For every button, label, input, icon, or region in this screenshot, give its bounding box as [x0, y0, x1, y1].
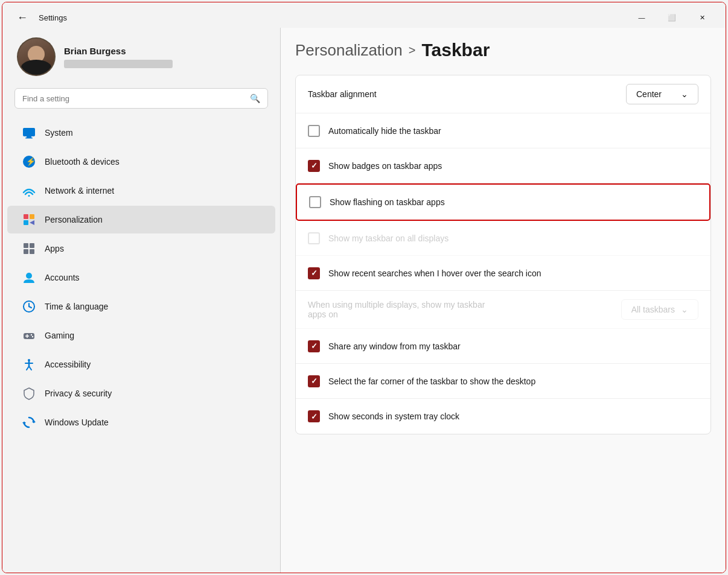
nav-item-privacy[interactable]: Privacy & security	[7, 380, 275, 407]
close-button[interactable]: ✕	[688, 8, 716, 27]
multi-display-value: All taskbars	[631, 305, 675, 314]
sidebar: Brian Burgess 🔍 System	[2, 28, 280, 573]
svg-rect-10	[30, 243, 34, 248]
breadcrumb-current: Taskbar	[421, 40, 490, 60]
nav-label-windows-update: Windows Update	[45, 418, 109, 427]
all-displays-checkbox[interactable]	[308, 232, 320, 244]
nav-label-bluetooth: Bluetooth & devices	[45, 157, 120, 167]
settings-window: ← Settings — ⬜ ✕ Brian Burgess	[2, 2, 726, 573]
show-seconds-checkbox[interactable]	[308, 410, 320, 422]
svg-rect-7	[30, 214, 34, 219]
auto-hide-label: Automatically hide the taskbar	[328, 126, 698, 136]
share-window-label: Share any window from my taskbar	[328, 342, 698, 351]
nav-item-apps[interactable]: Apps	[7, 235, 275, 262]
setting-row-show-seconds: Show seconds in system tray clock	[296, 399, 710, 434]
far-corner-label: Select the far corner of the taskbar to …	[328, 376, 698, 386]
far-corner-checkbox[interactable]	[308, 375, 320, 387]
svg-line-16	[29, 307, 31, 308]
nav-label-accounts: Accounts	[45, 273, 80, 282]
taskbar-alignment-row: Taskbar alignment Center ⌄	[296, 75, 710, 113]
nav-label-network: Network & internet	[45, 186, 114, 195]
nav-label-personalization: Personalization	[45, 215, 103, 224]
setting-row-auto-hide: Automatically hide the taskbar	[296, 113, 710, 148]
profile-name: Brian Burgess	[64, 46, 173, 56]
auto-hide-checkbox[interactable]	[308, 125, 320, 137]
nav-label-accessibility: Accessibility	[45, 360, 91, 369]
setting-row-show-badges: Show badges on taskbar apps	[296, 148, 710, 183]
main-layout: Brian Burgess 🔍 System	[2, 28, 726, 573]
search-box[interactable]: 🔍	[14, 88, 268, 109]
svg-rect-11	[24, 249, 28, 254]
setting-row-show-flashing: Show flashing on taskbar apps	[297, 185, 709, 220]
breadcrumb-parent: Personalization	[295, 41, 403, 60]
profile-email-blurred	[64, 60, 173, 68]
recent-searches-checkbox[interactable]	[308, 267, 320, 279]
breadcrumb-arrow: >	[409, 43, 416, 57]
nav-label-privacy: Privacy & security	[45, 389, 112, 398]
nav-item-accessibility[interactable]: Accessibility	[7, 351, 275, 378]
svg-point-5	[28, 195, 30, 197]
search-icon: 🔍	[250, 94, 260, 103]
privacy-icon	[22, 386, 36, 401]
svg-rect-9	[24, 243, 28, 248]
setting-row-recent-searches: Show recent searches when I hover over t…	[296, 256, 710, 291]
gaming-icon	[22, 328, 36, 343]
show-flashing-label: Show flashing on taskbar apps	[330, 197, 697, 207]
nav-label-apps: Apps	[45, 244, 64, 253]
svg-rect-2	[25, 138, 33, 139]
settings-card: Taskbar alignment Center ⌄ Automatically…	[295, 75, 711, 434]
taskbar-alignment-label: Taskbar alignment	[308, 89, 377, 99]
svg-point-13	[26, 273, 32, 279]
titlebar-controls: — ⬜ ✕	[628, 8, 716, 27]
all-displays-label: Show my taskbar on all displays	[328, 233, 698, 243]
profile-info: Brian Burgess	[64, 46, 173, 68]
dropdown-chevron: ⌄	[681, 89, 688, 99]
titlebar: ← Settings — ⬜ ✕	[2, 2, 726, 28]
nav-label-gaming: Gaming	[45, 331, 74, 340]
nav-item-network[interactable]: Network & internet	[7, 177, 275, 205]
titlebar-left: ← Settings	[12, 9, 67, 27]
svg-rect-0	[23, 128, 35, 136]
windows-update-icon	[22, 415, 36, 430]
maximize-button[interactable]: ⬜	[658, 8, 686, 27]
nav-item-personalization[interactable]: Personalization	[7, 206, 275, 233]
svg-rect-1	[27, 136, 31, 138]
recent-searches-label: Show recent searches when I hover over t…	[328, 268, 698, 278]
show-badges-checkbox[interactable]	[308, 160, 320, 172]
profile-section: Brian Burgess	[2, 28, 280, 88]
nav-item-bluetooth[interactable]: ⚡ Bluetooth & devices	[7, 148, 275, 176]
svg-line-26	[29, 366, 31, 370]
nav-item-system[interactable]: System	[7, 119, 275, 147]
accounts-icon	[22, 270, 36, 285]
nav-item-windows-update[interactable]: Windows Update	[7, 408, 275, 436]
minimize-button[interactable]: —	[628, 8, 656, 27]
setting-row-show-flashing-wrapper: Show flashing on taskbar apps	[296, 183, 710, 221]
svg-rect-8	[24, 220, 28, 225]
show-seconds-label: Show seconds in system tray clock	[328, 411, 698, 421]
show-flashing-checkbox[interactable]	[309, 196, 321, 208]
setting-row-share-window: Share any window from my taskbar	[296, 329, 710, 364]
personalization-icon	[22, 212, 36, 227]
nav-item-accounts[interactable]: Accounts	[7, 264, 275, 291]
accessibility-icon	[22, 357, 36, 372]
multi-display-dropdown[interactable]: All taskbars ⌄	[621, 299, 698, 320]
system-icon	[22, 125, 36, 140]
multi-display-row: When using multiple displays, show my ta…	[296, 291, 710, 329]
taskbar-alignment-dropdown[interactable]: Center ⌄	[626, 84, 698, 104]
multi-display-chevron: ⌄	[681, 305, 688, 314]
window-title: Settings	[39, 13, 67, 22]
nav-label-system: System	[45, 128, 73, 138]
network-icon	[22, 183, 36, 198]
nav-item-time[interactable]: Time & language	[7, 293, 275, 320]
nav-item-gaming[interactable]: Gaming	[7, 322, 275, 349]
svg-point-20	[31, 334, 32, 335]
share-window-checkbox[interactable]	[308, 340, 320, 352]
show-badges-label: Show badges on taskbar apps	[328, 161, 698, 171]
search-input[interactable]	[22, 94, 245, 103]
setting-row-all-displays: Show my taskbar on all displays	[296, 221, 710, 256]
avatar-image	[18, 39, 54, 75]
svg-rect-6	[24, 214, 28, 219]
back-button[interactable]: ←	[12, 9, 33, 27]
apps-icon	[22, 241, 36, 256]
nav-label-time: Time & language	[45, 302, 108, 311]
